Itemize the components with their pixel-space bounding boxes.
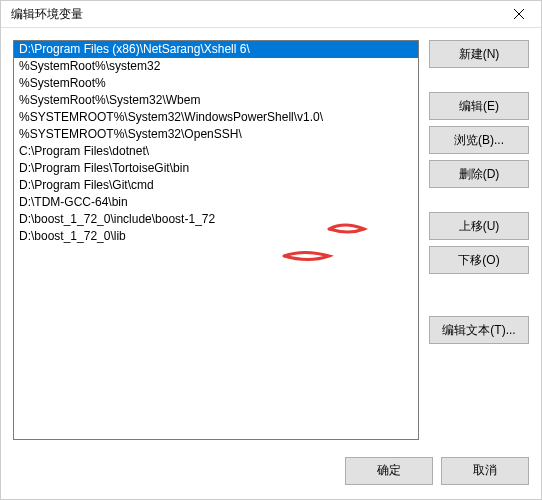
- list-item[interactable]: %SystemRoot%: [14, 75, 418, 92]
- footer: 确定 取消: [1, 452, 541, 499]
- list-item[interactable]: %SYSTEMROOT%\System32\OpenSSH\: [14, 126, 418, 143]
- list-item[interactable]: D:\TDM-GCC-64\bin: [14, 194, 418, 211]
- moveup-button[interactable]: 上移(U): [429, 212, 529, 240]
- close-icon: [514, 9, 524, 19]
- list-item[interactable]: %SystemRoot%\system32: [14, 58, 418, 75]
- browse-button[interactable]: 浏览(B)...: [429, 126, 529, 154]
- close-button[interactable]: [505, 4, 533, 24]
- ok-button[interactable]: 确定: [345, 457, 433, 485]
- env-var-dialog: 编辑环境变量 D:\Program Files (x86)\NetSarang\…: [0, 0, 542, 500]
- path-listbox[interactable]: D:\Program Files (x86)\NetSarang\Xshell …: [13, 40, 419, 440]
- delete-button[interactable]: 删除(D): [429, 160, 529, 188]
- list-item[interactable]: %SYSTEMROOT%\System32\WindowsPowerShell\…: [14, 109, 418, 126]
- window-title: 编辑环境变量: [11, 6, 83, 23]
- edit-button[interactable]: 编辑(E): [429, 92, 529, 120]
- list-item[interactable]: %SystemRoot%\System32\Wbem: [14, 92, 418, 109]
- list-item[interactable]: D:\Program Files\Git\cmd: [14, 177, 418, 194]
- edittext-button[interactable]: 编辑文本(T)...: [429, 316, 529, 344]
- list-item[interactable]: D:\Program Files (x86)\NetSarang\Xshell …: [14, 41, 418, 58]
- list-item[interactable]: C:\Program Files\dotnet\: [14, 143, 418, 160]
- movedown-button[interactable]: 下移(O): [429, 246, 529, 274]
- new-button[interactable]: 新建(N): [429, 40, 529, 68]
- button-column: 新建(N) 编辑(E) 浏览(B)... 删除(D) 上移(U) 下移(O) 编…: [429, 40, 529, 440]
- content-area: D:\Program Files (x86)\NetSarang\Xshell …: [1, 28, 541, 452]
- titlebar: 编辑环境变量: [1, 1, 541, 28]
- list-item[interactable]: D:\Program Files\TortoiseGit\bin: [14, 160, 418, 177]
- list-item[interactable]: D:\boost_1_72_0\lib: [14, 228, 418, 245]
- list-item[interactable]: D:\boost_1_72_0\include\boost-1_72: [14, 211, 418, 228]
- cancel-button[interactable]: 取消: [441, 457, 529, 485]
